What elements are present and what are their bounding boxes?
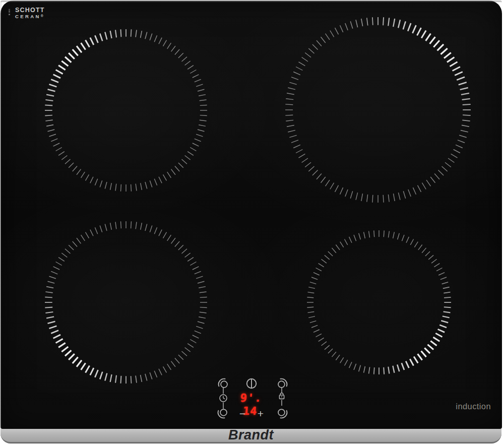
burner-zone-front-right-icon [275, 406, 289, 420]
power-icon [245, 377, 258, 390]
induction-label: induction [456, 402, 491, 411]
front-trim: Brandt [1, 429, 501, 443]
induction-hob: SCHOTT CERAN® [0, 0, 504, 444]
minus-key[interactable]: − [239, 408, 245, 419]
burner-select-front-right-key[interactable] [275, 406, 289, 420]
burner-select-front-left-key[interactable] [216, 406, 230, 420]
power-timer-display: 9'. 14 [230, 392, 272, 405]
plus-key[interactable]: + [258, 408, 264, 419]
control-panel: 9'. 14 − + [0, 0, 504, 444]
power-key[interactable] [245, 377, 258, 390]
burner-zone-front-left-icon [216, 406, 230, 420]
brandt-logo: Brandt [228, 427, 274, 443]
